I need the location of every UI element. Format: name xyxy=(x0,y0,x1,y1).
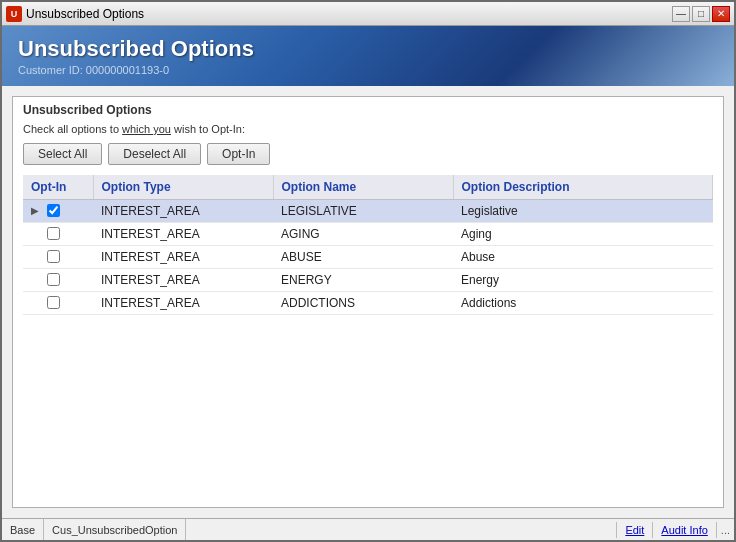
col-header-option-name: Option Name xyxy=(273,175,453,200)
optin-checkbox[interactable] xyxy=(47,227,60,240)
col-header-option-desc: Option Description xyxy=(453,175,713,200)
option-desc-cell: Aging xyxy=(453,223,713,246)
maximize-button[interactable]: □ xyxy=(692,6,710,22)
status-page: Cus_UnsubscribedOption xyxy=(44,519,186,540)
content-area: Unsubscribed Options Check all options t… xyxy=(2,86,734,518)
edit-link[interactable]: Edit xyxy=(616,522,652,538)
option-type-cell: INTEREST_AREA xyxy=(93,246,273,269)
option-type-cell: INTEREST_AREA xyxy=(93,223,273,246)
optin-checkbox[interactable] xyxy=(47,273,60,286)
minimize-button[interactable]: — xyxy=(672,6,690,22)
header-subtitle: Customer ID: 000000001193-0 xyxy=(18,64,718,76)
table-row: ▶INTEREST_AREALEGISLATIVELegislative xyxy=(23,200,713,223)
close-button[interactable]: ✕ xyxy=(712,6,730,22)
option-name-cell: ENERGY xyxy=(273,269,453,292)
table-row: INTEREST_AREAAGINGAging xyxy=(23,223,713,246)
optin-checkbox[interactable] xyxy=(47,296,60,309)
option-name-cell: LEGISLATIVE xyxy=(273,200,453,223)
optin-checkbox[interactable] xyxy=(47,250,60,263)
header-title: Unsubscribed Options xyxy=(18,36,718,62)
table-container: Opt-In Option Type Option Name Option De… xyxy=(23,175,713,497)
option-desc-cell: Energy xyxy=(453,269,713,292)
option-name-cell: AGING xyxy=(273,223,453,246)
status-right: Edit Audit Info ... xyxy=(616,522,734,538)
option-name-cell: ABUSE xyxy=(273,246,453,269)
status-base: Base xyxy=(2,519,44,540)
option-type-cell: INTEREST_AREA xyxy=(93,292,273,315)
table-body: ▶INTEREST_AREALEGISLATIVELegislativeINTE… xyxy=(23,200,713,315)
col-header-option-type: Option Type xyxy=(93,175,273,200)
window-icon: U xyxy=(6,6,22,22)
panel-title: Unsubscribed Options xyxy=(13,97,723,119)
toolbar: Select All Deselect All Opt-In xyxy=(13,143,723,175)
row-arrow-icon: ▶ xyxy=(31,205,43,216)
panel-description: Check all options to which you wish to O… xyxy=(13,119,723,143)
option-name-cell: ADDICTIONS xyxy=(273,292,453,315)
main-window: U Unsubscribed Options — □ ✕ Unsubscribe… xyxy=(0,0,736,542)
title-bar-buttons: — □ ✕ xyxy=(672,6,730,22)
table-header: Opt-In Option Type Option Name Option De… xyxy=(23,175,713,200)
deselect-all-button[interactable]: Deselect All xyxy=(108,143,201,165)
select-all-button[interactable]: Select All xyxy=(23,143,102,165)
more-options-dots[interactable]: ... xyxy=(716,522,734,538)
table-row: INTEREST_AREAADDICTIONSAddictions xyxy=(23,292,713,315)
window-title: Unsubscribed Options xyxy=(26,7,144,21)
option-desc-cell: Abuse xyxy=(453,246,713,269)
opt-in-button[interactable]: Opt-In xyxy=(207,143,270,165)
options-table: Opt-In Option Type Option Name Option De… xyxy=(23,175,713,315)
title-bar-left: U Unsubscribed Options xyxy=(6,6,144,22)
optin-checkbox[interactable] xyxy=(47,204,60,217)
table-row: INTEREST_AREAENERGYEnergy xyxy=(23,269,713,292)
audit-info-link[interactable]: Audit Info xyxy=(652,522,715,538)
option-type-cell: INTEREST_AREA xyxy=(93,269,273,292)
option-desc-cell: Addictions xyxy=(453,292,713,315)
option-type-cell: INTEREST_AREA xyxy=(93,200,273,223)
col-header-optin: Opt-In xyxy=(23,175,93,200)
title-bar: U Unsubscribed Options — □ ✕ xyxy=(2,2,734,26)
window-icon-text: U xyxy=(11,9,18,19)
table-row: INTEREST_AREAABUSEAbuse xyxy=(23,246,713,269)
header: Unsubscribed Options Customer ID: 000000… xyxy=(2,26,734,86)
panel-box: Unsubscribed Options Check all options t… xyxy=(12,96,724,508)
status-bar: Base Cus_UnsubscribedOption Edit Audit I… xyxy=(2,518,734,540)
option-desc-cell: Legislative xyxy=(453,200,713,223)
